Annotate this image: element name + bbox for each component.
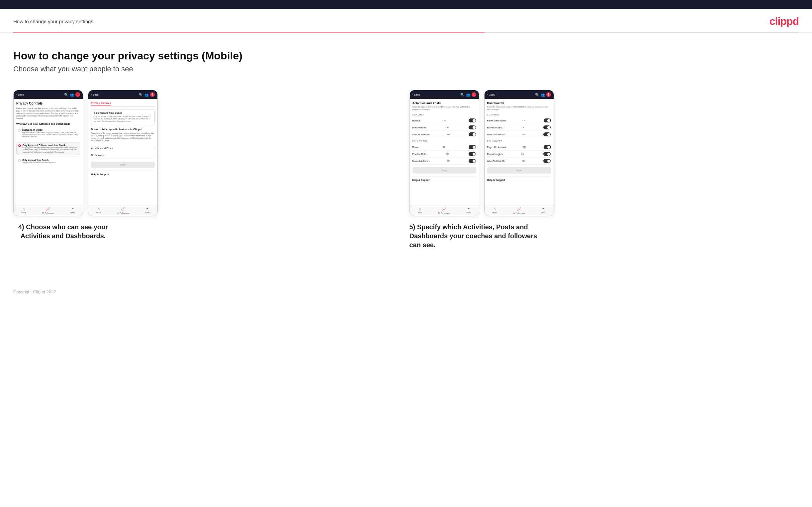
top-accent-bar: [0, 0, 812, 9]
nav-menu-2[interactable]: ≡ Menu: [145, 207, 149, 214]
more-icon-2[interactable]: ⋮: [150, 92, 155, 97]
phone-screen3: ‹ Back 🔍 👥 ⋮ Activities and Posts Select…: [409, 90, 479, 216]
nav-performance-2[interactable]: 📈 My Performance: [117, 207, 129, 214]
option-coach-only[interactable]: Only You and Your Coach Only you and the…: [16, 157, 80, 166]
search-icon-4[interactable]: 🔍: [535, 93, 539, 97]
coaches-manual-toggle[interactable]: [469, 132, 476, 136]
phone-body-2: Privacy Controls Only You and Your Coach…: [88, 99, 157, 205]
breadcrumb-title: How to change your privacy settings: [13, 18, 93, 24]
main-content: How to change your privacy settings (Mob…: [0, 33, 812, 263]
radio-everyone[interactable]: [18, 129, 20, 132]
performance-label-1: My Performance: [42, 212, 54, 214]
screen2-group: ‹ Back 🔍 👥 ⋮ Privacy Controls: [88, 90, 158, 216]
d-followers-work-toggle[interactable]: [543, 159, 551, 163]
screenshots-row: ‹ Back 🔍 👥 ⋮ Privacy Controls Control ho…: [13, 90, 799, 249]
option-approved-text: Only Approved Followers and Your Coach O…: [22, 144, 78, 153]
coaches-manual-label: Manual Activities: [412, 133, 430, 136]
nav-performance-3[interactable]: 📈 My Performance: [439, 207, 451, 214]
menu-icon-3: ≡: [468, 207, 470, 211]
coaches-rounds-toggle[interactable]: [469, 118, 476, 122]
nav-home-1[interactable]: ⌂ Home: [21, 207, 26, 214]
home-label-1: Home: [21, 212, 26, 214]
d-coaches-player-toggle[interactable]: [544, 118, 551, 122]
search-icon-1[interactable]: 🔍: [64, 93, 68, 97]
more-icon-4[interactable]: ⋮: [546, 92, 551, 97]
dashboards-row[interactable]: Dashboards ›: [91, 152, 155, 159]
nav-menu-3[interactable]: ≡ Menu: [467, 207, 471, 214]
d-coaches-work-row: What To Work On ON: [487, 131, 551, 138]
followers-rounds-row: Rounds ON: [412, 144, 476, 151]
radio-coach-only[interactable]: [18, 159, 20, 162]
home-icon-2: ⌂: [98, 207, 100, 211]
group-left: ‹ Back 🔍 👥 ⋮ Privacy Controls Control ho…: [13, 90, 403, 240]
home-label-4: Home: [493, 212, 497, 214]
people-icon-2[interactable]: 👥: [145, 93, 148, 97]
d-coaches-work-label: What To Work On: [487, 133, 505, 136]
d-followers-insights-toggle[interactable]: [543, 152, 551, 156]
followers-drills-row: Practice Drills ON: [412, 151, 476, 158]
privacy-controls-tab[interactable]: Privacy Controls: [91, 102, 111, 106]
people-icon-4[interactable]: 👥: [541, 93, 545, 97]
nav-home-2[interactable]: ⌂ Home: [96, 207, 101, 214]
back-button-3[interactable]: ‹ Back: [412, 93, 420, 96]
d-coaches-insights-label: Round Insights: [487, 126, 503, 129]
followers-rounds-toggle[interactable]: [469, 145, 476, 149]
d-followers-work-label: What To Work On: [487, 160, 505, 162]
save-button-4[interactable]: Save: [487, 167, 551, 174]
followers-manual-toggle[interactable]: [469, 159, 476, 163]
option-everyone[interactable]: Everyone on Clippd Everyone on Clippd ca…: [16, 127, 80, 140]
popup-title: Only You and Your Coach: [94, 112, 152, 114]
activities-posts-desc: Select the types of activity that you'd …: [412, 106, 476, 111]
back-button-2[interactable]: ‹ Back: [91, 93, 99, 96]
on-label-dci: ON: [521, 126, 524, 128]
search-icon-2[interactable]: 🔍: [139, 93, 143, 97]
activities-posts-label: Activities and Posts: [91, 147, 113, 150]
people-icon-3[interactable]: 👥: [466, 93, 470, 97]
nav-icons-2: 🔍 👥 ⋮: [139, 92, 155, 97]
radio-approved[interactable]: [18, 144, 21, 147]
people-icon-1[interactable]: 👥: [70, 93, 74, 97]
d-followers-player-label: Player Dashboard: [487, 146, 506, 148]
nav-menu-4[interactable]: ≡ Menu: [541, 207, 546, 214]
back-button-1[interactable]: ‹ Back: [16, 93, 24, 96]
followers-header-3: FOLLOWERS: [412, 140, 476, 143]
search-icon-3[interactable]: 🔍: [460, 93, 464, 97]
phone-bottom-nav-2: ⌂ Home 📈 My Performance ≡ Menu: [88, 205, 157, 216]
nav-menu-1[interactable]: ≡ Menu: [70, 207, 75, 214]
coaches-rounds-row: Rounds ON: [412, 117, 476, 124]
save-button-2[interactable]: Save: [91, 162, 155, 168]
coaches-drills-toggle[interactable]: [469, 125, 476, 129]
activities-posts-row[interactable]: Activities and Posts ›: [91, 145, 155, 152]
option-coach-only-text: Only You and Your Coach Only you and the…: [22, 159, 56, 164]
phone-body-1: Privacy Controls Control how you and you…: [14, 99, 83, 205]
show-hide-desc: Regardless of the privacy controls that …: [91, 132, 155, 143]
save-button-3[interactable]: Save: [412, 167, 476, 174]
back-button-4[interactable]: ‹ Back: [487, 93, 495, 96]
d-coaches-work-toggle[interactable]: [543, 132, 551, 136]
d-followers-player-toggle[interactable]: [544, 145, 551, 149]
phone-body-4: Dashboards Select the dashboards that yo…: [485, 99, 554, 205]
screen1-group: ‹ Back 🔍 👥 ⋮ Privacy Controls Control ho…: [13, 90, 83, 216]
phone-bottom-nav-3: ⌂ Home 📈 My Performance ≡ Menu: [410, 205, 479, 216]
d-followers-insights-label: Round Insights: [487, 153, 503, 155]
on-label-dcp: ON: [523, 119, 526, 121]
nav-home-3[interactable]: ⌂ Home: [418, 207, 422, 214]
coaches-header-4: COACHES: [487, 113, 551, 116]
dashboards-screen-desc: Select the dashboards that you'd like to…: [487, 106, 551, 111]
performance-label-3: My Performance: [439, 212, 451, 214]
performance-label-2: My Performance: [117, 212, 129, 214]
d-coaches-insights-toggle[interactable]: [543, 125, 551, 129]
more-icon-3[interactable]: ⋮: [471, 92, 476, 97]
phone-body-3: Activities and Posts Select the types of…: [410, 99, 479, 205]
clippd-logo: clippd: [769, 15, 799, 27]
menu-icon-4: ≡: [542, 207, 544, 211]
home-label-2: Home: [96, 212, 101, 214]
on-label-cm: ON: [447, 133, 450, 135]
nav-home-4[interactable]: ⌂ Home: [493, 207, 497, 214]
nav-performance-1[interactable]: 📈 My Performance: [42, 207, 54, 214]
on-label-fm: ON: [447, 160, 450, 162]
nav-performance-4[interactable]: 📈 My Performance: [513, 207, 525, 214]
followers-drills-toggle[interactable]: [469, 152, 476, 156]
more-icon-1[interactable]: ⋮: [75, 92, 80, 97]
option-approved[interactable]: Only Approved Followers and Your Coach O…: [16, 142, 80, 155]
